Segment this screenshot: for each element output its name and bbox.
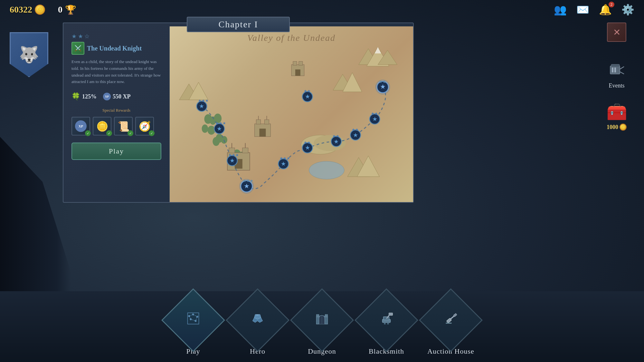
svg-rect-21 [299,61,303,65]
currency-group: 60322 🪙 [10,5,45,15]
special-rewards-label: Special Rewards [71,108,161,113]
svg-rect-26 [260,129,266,137]
shield-area: 🐺 [10,32,61,129]
svg-line-79 [620,72,624,74]
play-main-button[interactable]: Play [71,143,161,160]
nav-hero-diamond [226,288,289,352]
quest-title: The Undead Knight [87,45,142,52]
svg-text:★: ★ [305,144,310,151]
reward-xp: XP ✓ [71,117,90,135]
svg-text:★★★: ★★★ [279,156,290,161]
trophy-icon: 🏆 [65,5,76,15]
nav-blacksmith[interactable]: Blacksmith [354,294,419,359]
svg-rect-24 [256,120,261,124]
stats-row: 🍀 125% XP 550 XP [71,92,161,101]
star-2: ★ [78,33,83,40]
trophy-group: 0 🏆 [58,5,76,15]
settings-button[interactable]: ⚙️ [621,4,634,16]
quest-header: ★ ★ ☆ ⚔️ The Undead Knight [71,33,161,55]
reward-compass-icon: 🧭 [139,121,151,132]
events-icon-svg [609,60,625,79]
notification-badge: 2 [609,2,614,7]
svg-text:★: ★ [281,161,286,167]
svg-point-11 [202,125,208,133]
svg-rect-99 [453,313,457,317]
reward-compass: 🧭 ✓ [135,117,154,135]
nav-auction-house[interactable]: Auction House [419,294,483,359]
reward-scroll-icon: 📜 [118,121,129,132]
mail-button[interactable]: ✉️ [576,4,589,16]
svg-rect-89 [325,314,328,317]
panel-body: ★ ★ ☆ ⚔️ The Undead Knight Even as a chi… [63,26,413,202]
guild-shield: 🐺 [10,32,48,77]
map-svg: ★ ★★★ ★ ★★★ ★ ★★★ ★ ★★★ ★ ★★★ [170,26,413,202]
chest-icon: 🧰 [606,102,627,122]
info-pane: ★ ★ ☆ ⚔️ The Undead Knight Even as a chi… [63,26,170,202]
svg-rect-22 [295,70,300,76]
svg-line-78 [620,67,624,69]
svg-rect-30 [229,148,235,153]
svg-text:★: ★ [199,103,204,109]
svg-rect-96 [389,313,393,315]
svg-text:★★★: ★★★ [228,153,239,157]
svg-point-12 [207,126,215,135]
chest-reward: 1000 🪙 [607,124,627,131]
svg-text:★★: ★★ [379,79,386,84]
nav-play-icon [185,310,202,331]
events-label: Events [609,82,625,89]
reward-xp-icon: XP [75,120,87,132]
svg-rect-76 [612,68,613,72]
coin-icon: 🪙 [35,5,45,15]
star-3: ☆ [84,33,90,40]
star-1: ★ [71,33,77,40]
reward-scroll-check: ✓ [128,130,133,136]
nav-play-diamond [161,288,225,352]
svg-text:★★: ★★ [304,140,311,145]
reward-xp-check: ✓ [85,130,91,136]
currency-value: 60322 [10,5,32,15]
nav-dungeon[interactable]: Dungeon [290,294,354,359]
right-panel: ✕ Events 🧰 1000 🪙 [602,23,631,131]
luck-stat: 🍀 125% [71,92,97,101]
quest-icon: ⚔️ [71,42,84,55]
reward-coin-check: ✓ [106,130,112,136]
friends-button[interactable]: 👥 [554,4,567,16]
nav-blacksmith-icon [378,310,395,331]
nav-auction-icon [442,310,460,331]
svg-rect-20 [293,61,297,65]
svg-text:★: ★ [217,125,222,132]
stars-row: ★ ★ ☆ [71,33,142,40]
svg-text:★★: ★★ [332,134,339,138]
svg-text:★: ★ [244,182,250,190]
svg-point-15 [213,137,220,146]
chapter-title: Chapter I [219,19,258,29]
reward-coin: 🪙 ✓ [93,117,111,135]
nav-play[interactable]: Play [161,294,225,359]
top-bar: 60322 🪙 0 🏆 👥 ✉️ 🔔 2 ⚙️ [0,0,644,19]
svg-marker-3 [375,47,381,53]
svg-text:★: ★ [372,116,377,122]
reward-compass-check: ✓ [149,130,155,136]
svg-text:★★★: ★★★ [198,98,209,103]
xp-stat: XP 550 XP [103,93,131,100]
nav-hero-icon [249,310,267,331]
chest-coin-icon: 🪙 [620,124,627,131]
svg-text:★: ★ [380,83,386,90]
svg-point-37 [309,161,344,179]
close-button[interactable]: ✕ [607,23,626,42]
notifications-button[interactable]: 🔔 2 [599,4,612,16]
main-panel: Chapter I ★ ★ ☆ ⚔️ The Undead Knight Eve [63,23,414,203]
svg-text:★★: ★★ [352,127,359,132]
trophy-value: 0 [58,5,62,15]
svg-text:★★: ★★ [304,89,311,93]
nav-hero[interactable]: Hero [225,294,290,359]
chest-button[interactable]: 🧰 1000 🪙 [606,102,627,131]
bottom-nav: Play Hero [0,291,644,362]
quest-description: Even as a child, the story of the undead… [71,59,161,85]
svg-text:★: ★ [230,157,235,164]
svg-rect-80 [611,64,620,67]
events-button[interactable]: Events [607,58,626,89]
nav-blacksmith-diamond [355,288,418,352]
top-right-icons: 👥 ✉️ 🔔 2 ⚙️ [554,4,634,16]
luck-value: 125% [82,93,97,100]
